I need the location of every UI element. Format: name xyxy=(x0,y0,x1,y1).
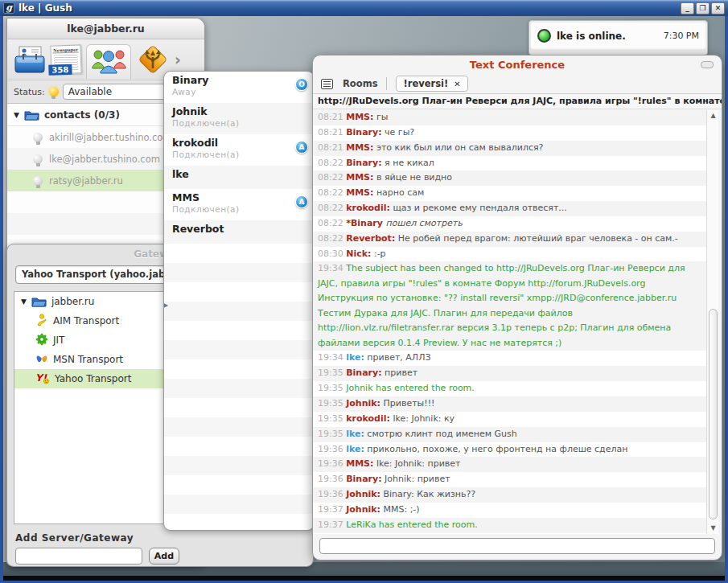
empty-row xyxy=(164,244,314,263)
empty-row xyxy=(164,321,314,340)
client-badge: A xyxy=(295,195,308,208)
chat-message: 08:22 MMS: в яйце не видно xyxy=(313,170,706,186)
roster-item[interactable]: lke xyxy=(164,166,314,189)
yahoo-icon: Y! xyxy=(35,372,50,387)
chat-message: 19:35 Johnik: Приветы!!! xyxy=(313,396,706,412)
roster-item[interactable]: JohnikПодключен(а) xyxy=(164,103,314,134)
chat-message: 19:35 krokodil: lke: Johnik: ку xyxy=(313,412,706,427)
empty-row xyxy=(164,282,314,302)
chat-message: 19:35 Johnik has entered the room. xyxy=(313,381,706,396)
client-badge: A xyxy=(295,141,308,154)
conference-title: Text Conference xyxy=(313,55,722,74)
empty-row xyxy=(164,340,314,359)
add-gateway-input[interactable] xyxy=(15,548,142,565)
chat-message: 19:36 Johnik: Binary: Как жизнь?? xyxy=(313,487,706,503)
chat-log: 08:21 MMS: гы08:21 Binary: че гы?08:21 M… xyxy=(313,110,706,534)
chat-scrollbar[interactable]: ▲ ▼ xyxy=(706,110,718,534)
roster-item[interactable]: krokodilПодключен(а)A xyxy=(164,134,314,166)
chat-message: 19:34 lke: привет, АЛЛЗ xyxy=(313,351,706,366)
window-content: lke@jabber.ru xyxy=(3,16,725,581)
client-badge: O xyxy=(295,78,308,91)
app-logo-icon: g xyxy=(3,2,14,14)
empty-row xyxy=(164,359,314,379)
chat-message-input[interactable] xyxy=(319,538,715,554)
chat-message: 08:21 MMS: гы xyxy=(313,110,706,125)
minimize-button[interactable]: _ xyxy=(681,2,694,14)
roster-item[interactable]: BinaryAwayO xyxy=(164,72,314,103)
tree-collapse-icon[interactable]: ▼ xyxy=(21,298,27,306)
transports-icon[interactable] xyxy=(136,43,170,76)
roster-item[interactable]: Reverbot xyxy=(164,220,314,244)
empty-row xyxy=(164,417,314,437)
notification-popup[interactable]: lke is online. 7:30 PM xyxy=(529,20,708,55)
msn-icon xyxy=(35,352,48,367)
chat-message: 08:30 Nick: :-p xyxy=(313,247,706,262)
empty-row xyxy=(164,514,314,531)
empty-row xyxy=(164,437,314,456)
chat-message: 08:22 Reverbot: Не робей перед врагом: л… xyxy=(313,232,706,247)
presence-bulb-icon xyxy=(33,154,43,164)
notification-time: 7:30 PM xyxy=(664,31,699,41)
chat-message: 19:36 Binary: Johnik: привет xyxy=(313,472,706,487)
roster-item[interactable]: MMSПодключен(а)A xyxy=(164,189,314,220)
chat-message: 19:37 Johnik: MMS: ;-) xyxy=(313,503,706,518)
chat-message: 08:21 Binary: че гы? xyxy=(313,125,706,141)
tab-close-icon[interactable]: ✕ xyxy=(454,80,460,88)
scrollbar-thumb[interactable] xyxy=(709,309,718,519)
chat-message: 19:37 LeRiKa has entered the room. xyxy=(313,518,706,533)
chat-message: 08:22 MMS: нарно сам xyxy=(313,186,706,201)
scroll-down-icon[interactable]: ▼ xyxy=(707,523,719,534)
notification-text: lke is online. xyxy=(557,31,626,42)
app-window: g lke | Gush _ ❐ ✕ lke@jabber.ru xyxy=(0,0,728,583)
chat-message: 08:22 Binary: я не кикал xyxy=(313,156,706,171)
add-gateway-button[interactable]: Add xyxy=(149,548,179,565)
chat-message: 19:35 Binary: привет xyxy=(313,366,706,381)
maximize-button[interactable]: ❐ xyxy=(696,2,709,14)
scroll-up-icon[interactable]: ▲ xyxy=(707,110,719,121)
rolodex-icon[interactable] xyxy=(14,44,46,75)
account-header: lke@jabber.ru xyxy=(7,18,204,39)
empty-row xyxy=(164,379,314,398)
chat-message: 08:22 *Binary пошел смотреть xyxy=(313,216,706,232)
group-collapse-icon[interactable]: ▼ xyxy=(14,111,19,119)
newspaper-badge: 358 xyxy=(48,64,72,76)
chat-message: 08:21 MMS: это кик был или он сам вывали… xyxy=(313,141,706,156)
chat-message: 19:37 Binary: Johnik: номана xyxy=(313,533,706,534)
tab-rooms[interactable]: Rooms xyxy=(343,78,377,89)
folder-icon xyxy=(31,296,47,307)
presence-bulb-icon xyxy=(33,176,43,186)
tab-separator xyxy=(386,77,387,90)
jit-icon xyxy=(35,333,48,348)
chat-message: 19:34 The subject has been changed to ht… xyxy=(313,261,706,351)
rooms-list-icon[interactable] xyxy=(321,79,333,89)
contacts-tool-tab[interactable] xyxy=(86,44,131,79)
aim-icon xyxy=(35,314,48,329)
online-status-icon xyxy=(537,29,551,43)
chat-message: 19:35 lke: смотрю клинт под именем Gush xyxy=(313,427,706,442)
tab-reversi[interactable]: !reversi! ✕ xyxy=(396,76,467,92)
window-title: lke | Gush xyxy=(19,2,72,14)
chat-message: 19:36 lke: прикольно, похоже, у него фро… xyxy=(313,442,706,458)
status-bulb-icon[interactable] xyxy=(49,87,59,96)
contacts-group-label: contacts (0/3) xyxy=(44,109,120,121)
contacts-icon xyxy=(90,47,127,74)
add-gateway-label: Add Server/Gateway xyxy=(15,532,134,544)
empty-row xyxy=(164,495,314,514)
text-conference-window: Text Conference Rooms !reversi! ✕ http:/… xyxy=(312,55,722,560)
empty-row xyxy=(164,398,314,417)
chat-message: 19:36 MMS: lke: Johnik: привет xyxy=(313,457,706,472)
rollup-button[interactable] xyxy=(701,61,714,68)
close-button[interactable]: ✕ xyxy=(711,2,725,14)
empty-row xyxy=(164,302,314,321)
taskbar xyxy=(3,576,725,581)
room-topic: http://JRuDevels.org Плаг-ин Реверси для… xyxy=(313,94,722,109)
panel-collapse-handle-icon[interactable]: ▶ xyxy=(163,302,168,309)
conference-tabbar: Rooms !reversi! ✕ xyxy=(313,74,722,94)
empty-row xyxy=(164,263,314,282)
folder-icon xyxy=(24,109,39,121)
chat-message: 08:22 krokodil: щаз и рекоме ему пендаля… xyxy=(313,201,706,216)
presence-bulb-icon xyxy=(33,133,43,142)
titlebar[interactable]: g lke | Gush _ ❐ ✕ xyxy=(0,0,728,16)
newspaper-icon[interactable]: Newspaper 358 xyxy=(50,44,81,74)
empty-row xyxy=(164,456,314,475)
